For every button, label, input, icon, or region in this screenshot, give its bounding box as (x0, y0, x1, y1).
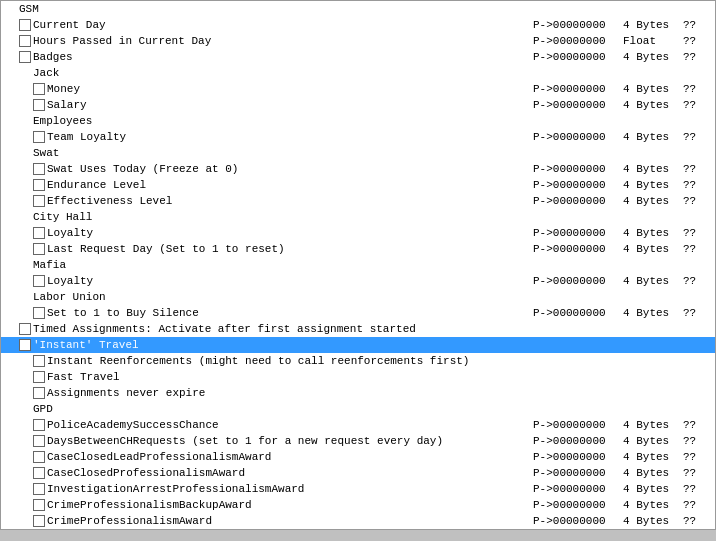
checkbox[interactable] (33, 307, 45, 319)
checkbox[interactable] (33, 387, 45, 399)
row-label: Labor Union (33, 291, 713, 303)
list-item[interactable]: Endurance LevelP->000000004 Bytes?? (1, 177, 715, 193)
list-item[interactable]: 'Instant' Travel&lt;/script&gt;</span> (1, 337, 715, 353)
value: ?? (683, 35, 713, 47)
type: 4 Bytes (623, 19, 683, 31)
checkbox[interactable] (33, 83, 45, 95)
list-item[interactable]: LoyaltyP->000000004 Bytes?? (1, 225, 715, 241)
checkbox[interactable] (33, 467, 45, 479)
checkbox[interactable] (33, 195, 45, 207)
type: 4 Bytes (623, 131, 683, 143)
list-item[interactable]: CaseClosedLeadProfessionalismAwardP->000… (1, 449, 715, 465)
checkbox[interactable] (19, 51, 31, 63)
checkbox[interactable] (33, 99, 45, 111)
row-label: Employees (33, 115, 713, 127)
value: ?? (683, 515, 713, 527)
list-item[interactable]: GPD&lt;/script&gt;</span> (1, 401, 715, 417)
row-label: Loyalty (47, 275, 529, 287)
checkbox[interactable] (33, 131, 45, 143)
checkbox[interactable] (19, 19, 31, 31)
checkbox[interactable] (33, 355, 45, 367)
checkbox[interactable] (33, 499, 45, 511)
checkbox[interactable] (33, 243, 45, 255)
checkbox[interactable] (33, 515, 45, 527)
row-label: Timed Assignments: Activate after first … (33, 323, 709, 335)
list-item[interactable]: Timed Assignments: Activate after first … (1, 321, 715, 337)
list-item[interactable]: Mafia (1, 257, 715, 273)
list-item[interactable]: CrimeProfessionalismBackupAwardP->000000… (1, 497, 715, 513)
checkbox[interactable] (33, 435, 45, 447)
row-label: Current Day (33, 19, 529, 31)
value: ?? (683, 483, 713, 495)
row-label: 'Instant' Travel (33, 339, 709, 351)
list-item[interactable]: Hours Passed in Current DayP->00000000Fl… (1, 33, 715, 49)
list-item[interactable]: Swat Uses Today (Freeze at 0)P->00000000… (1, 161, 715, 177)
list-item[interactable]: MoneyP->000000004 Bytes?? (1, 81, 715, 97)
type: Float (623, 35, 683, 47)
list-item[interactable]: Set to 1 to Buy SilenceP->000000004 Byte… (1, 305, 715, 321)
row-label: GSM (19, 3, 709, 15)
address: P->00000000 (533, 451, 623, 463)
checkbox[interactable] (33, 179, 45, 191)
row-label: Badges (33, 51, 529, 63)
value: ?? (683, 243, 713, 255)
checkbox[interactable] (19, 323, 31, 335)
list-item[interactable]: BadgesP->000000004 Bytes?? (1, 49, 715, 65)
list-item[interactable]: Jack (1, 65, 715, 81)
row-label: Effectiveness Level (47, 195, 529, 207)
address: P->00000000 (533, 99, 623, 111)
list-item[interactable]: Labor Union (1, 289, 715, 305)
checkbox[interactable] (33, 451, 45, 463)
checkbox[interactable] (19, 35, 31, 47)
value: ?? (683, 467, 713, 479)
row-label: Hours Passed in Current Day (33, 35, 529, 47)
list-item[interactable]: Current DayP->000000004 Bytes?? (1, 17, 715, 33)
list-item[interactable]: CrimeProfessionalismAwardP->000000004 By… (1, 513, 715, 529)
list-item[interactable]: LoyaltyP->000000004 Bytes?? (1, 273, 715, 289)
list-item[interactable]: Instant Reenforcements (might need to ca… (1, 353, 715, 369)
list-item[interactable]: DaysBetweenCHRequests (set to 1 for a ne… (1, 433, 715, 449)
checkbox[interactable] (33, 163, 45, 175)
list-item[interactable]: Fast Travel&lt;/script&gt;</span> (1, 369, 715, 385)
list-item[interactable]: InvestigationArrestProfessionalismAwardP… (1, 481, 715, 497)
row-label: GPD (33, 403, 709, 415)
type: 4 Bytes (623, 275, 683, 287)
row-label: Team Loyalty (47, 131, 529, 143)
address: P->00000000 (533, 163, 623, 175)
list-item[interactable]: Team LoyaltyP->000000004 Bytes?? (1, 129, 715, 145)
value: ?? (683, 179, 713, 191)
list-item[interactable]: Employees (1, 113, 715, 129)
list-item[interactable]: City Hall (1, 209, 715, 225)
main-container: GSM&lt;/script&gt;</span>Current DayP->0… (0, 0, 716, 530)
type: 4 Bytes (623, 307, 683, 319)
value: ?? (683, 163, 713, 175)
row-label: Set to 1 to Buy Silence (47, 307, 529, 319)
address: P->00000000 (533, 131, 623, 143)
checkbox[interactable] (33, 419, 45, 431)
checkbox[interactable] (33, 483, 45, 495)
list-item[interactable]: PoliceAcademySuccessChanceP->000000004 B… (1, 417, 715, 433)
list-item[interactable]: SalaryP->000000004 Bytes?? (1, 97, 715, 113)
address: P->00000000 (533, 467, 623, 479)
list-item[interactable]: Effectiveness LevelP->000000004 Bytes?? (1, 193, 715, 209)
address: P->00000000 (533, 483, 623, 495)
type: 4 Bytes (623, 227, 683, 239)
checkbox[interactable] (19, 339, 31, 351)
checkbox[interactable] (33, 371, 45, 383)
checkbox[interactable] (33, 275, 45, 287)
address: P->00000000 (533, 435, 623, 447)
address: P->00000000 (533, 19, 623, 31)
value: ?? (683, 51, 713, 63)
type: 4 Bytes (623, 243, 683, 255)
address: P->00000000 (533, 179, 623, 191)
list-item[interactable]: CaseClosedProfessionalismAwardP->0000000… (1, 465, 715, 481)
address: P->00000000 (533, 419, 623, 431)
list-item[interactable]: Last Request Day (Set to 1 to reset)P->0… (1, 241, 715, 257)
address: P->00000000 (533, 499, 623, 511)
list-item[interactable]: Swat (1, 145, 715, 161)
list-item[interactable]: GSM&lt;/script&gt;</span> (1, 1, 715, 17)
checkbox[interactable] (33, 227, 45, 239)
list-item[interactable]: Assignments never expire&lt;/script&gt;<… (1, 385, 715, 401)
address: P->00000000 (533, 83, 623, 95)
row-label: CaseClosedLeadProfessionalismAward (47, 451, 529, 463)
